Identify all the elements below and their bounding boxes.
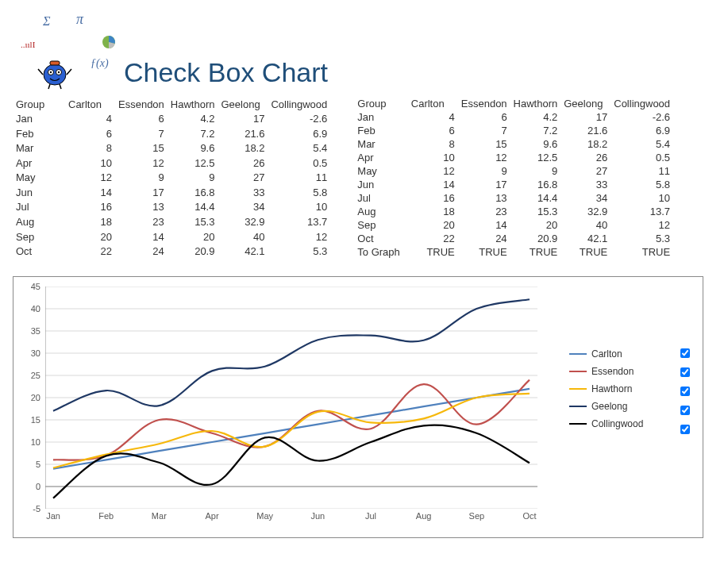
table-cell: 11 [268,171,330,186]
table-header-cell: Group [354,97,407,110]
table-cell: 6 [458,110,510,124]
pie-icon [102,35,116,52]
table-header-cell: Essendon [458,97,510,110]
table-cell: 6.9 [268,126,330,141]
legend-item-hawthorn: Hawthorn [569,383,643,394]
table-cell: 13 [115,200,168,215]
table-cell: 20 [408,218,458,232]
table-cell: Mar [354,137,407,151]
table-row: Mar8159.618.25.4 [13,141,330,156]
legend-label: Hawthorn [591,383,632,394]
table-cell: -2.6 [268,112,330,127]
toggle-essendon-checkbox[interactable] [680,367,690,377]
table-cell: 16 [65,200,115,215]
chart-y-tick: 0 [36,482,40,491]
table-cell: 20.9 [510,232,561,245]
toggle-collingwood-checkbox[interactable] [680,425,690,434]
table-cell: 18.2 [560,137,611,151]
table-cell: 12.5 [510,151,561,164]
table-cell: 22 [65,244,115,259]
table-cell: 7 [115,126,168,141]
toggle-geelong-checkbox[interactable] [680,406,690,415]
legend-swatch-icon [569,371,587,372]
chart-x-tick: Aug [416,511,432,521]
table-cell: Sep [13,229,65,244]
table-cell: 18.2 [218,141,268,156]
table-row: Jun141716.8335.8 [13,185,330,200]
svg-point-5 [58,71,60,73]
table-row: May12992711 [354,164,673,178]
table-row: Apr101212.5260.5 [13,156,330,171]
table-cell: 27 [560,164,611,178]
table-header-cell: Collingwood [611,97,673,110]
table-cell: TRUE [458,245,510,259]
table-cell: 4 [408,110,458,124]
chart-x-tick: Jul [365,511,376,521]
chart-y-tick: 30 [31,348,40,358]
table-cell: Apr [354,151,407,164]
table-cell: 20 [168,229,218,244]
table-cell: Jan [13,112,65,127]
chart-y-tick: 40 [31,304,40,314]
table-cell: 9.6 [510,137,561,151]
table-cell: 0.5 [611,151,673,164]
table-cell: 9.6 [168,141,218,156]
table-row: May12992711 [13,171,330,186]
table-cell: 21.6 [218,126,268,141]
table-cell: Jun [354,178,407,191]
svg-line-9 [48,84,50,89]
table-cell: 8 [65,141,115,156]
table-row: Sep2014204012 [354,218,673,232]
table-cell: 11 [611,164,673,178]
svg-line-8 [67,69,71,75]
chart-series-collingwood [53,425,530,498]
table-cell: 20.9 [168,244,218,259]
table-cell: 10 [408,151,458,164]
table-header-cell: Carlton [408,97,458,110]
table-cell: 23 [115,214,168,229]
table-cell: 12 [268,229,330,244]
chart-x-tick: May [256,511,273,521]
table-cell: 9 [115,171,168,186]
table-cell: 21.6 [560,124,611,137]
chart-x-tick: Oct [522,511,536,521]
table-header-cell: Collingwood [268,97,330,112]
table-cell: 6 [65,126,115,141]
toggle-carlton-checkbox[interactable] [680,348,690,358]
legend-item-essendon: Essendon [569,366,643,377]
table-row: Oct222420.942.15.3 [13,244,330,259]
pi-icon: π [76,11,83,28]
table-row: Mar8159.618.25.4 [354,137,673,151]
table-cell: 5.3 [268,244,330,259]
table-cell: 18 [408,205,458,218]
table-cell: Jul [354,191,407,205]
table-cell: 14 [115,229,168,244]
table-cell: 12.5 [168,156,218,171]
table-cell: 33 [218,185,268,200]
fx-icon: ƒ(x) [91,57,109,70]
legend-label: Essendon [591,366,634,377]
table-cell: 40 [218,229,268,244]
table-row: Aug182315.332.913.7 [13,214,330,229]
table-row: Apr101212.5260.5 [354,151,673,164]
chart-legend: CarltonEssendonHawthornGeelongCollingwoo… [569,348,643,436]
legend-swatch-icon [569,353,587,355]
table-cell: May [354,164,407,178]
table-cell: 14.4 [168,200,218,215]
table-cell: 15 [458,137,510,151]
svg-point-1 [44,64,66,85]
table-cell: 16.8 [510,178,561,191]
legend-swatch-icon [569,423,587,425]
table-cell: May [13,171,65,186]
table-cell: 12 [115,156,168,171]
table-header-cell: Group [13,97,65,112]
table-cell: 14.4 [510,191,561,205]
table-header-cell: Essendon [115,97,168,112]
legend-item-collingwood: Collingwood [569,418,643,429]
table-cell: 32.9 [218,214,268,229]
table-cell: 24 [458,232,510,245]
data-table-right: GroupCarltonEssendonHawthornGeelongColli… [354,97,673,259]
table-header-cell: Geelong [218,97,268,112]
toggle-hawthorn-checkbox[interactable] [680,387,690,396]
chart-x-tick: Jun [310,511,325,521]
